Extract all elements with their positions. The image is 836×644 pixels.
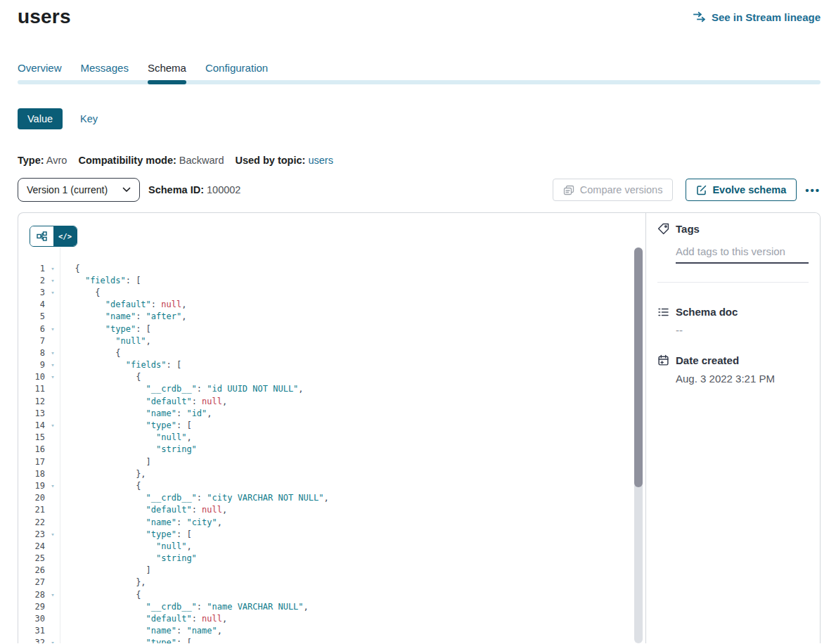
editor-scrollbar-thumb[interactable]: [634, 247, 643, 487]
schema-type: Type: Avro: [18, 155, 67, 166]
code-text: "type": [: [60, 324, 151, 334]
code-line: 9▾ "fields": [: [18, 359, 645, 371]
editor-view-toggle: </>: [30, 226, 77, 247]
fold-marker-icon[interactable]: ▾: [45, 482, 60, 489]
tab-underline-track: [18, 80, 821, 84]
tab-overview[interactable]: Overview: [18, 62, 62, 75]
line-number: 5: [18, 311, 45, 321]
fold-marker-icon[interactable]: ▾: [45, 265, 60, 272]
code-line: 25 "string": [18, 553, 645, 565]
fold-marker-icon[interactable]: ▾: [45, 289, 60, 296]
fold-marker-icon[interactable]: ▾: [45, 591, 60, 598]
line-number: 20: [18, 493, 45, 503]
code-line: 12 "default": null,: [18, 395, 645, 407]
code-text: "string": [60, 553, 197, 563]
code-text: "null",: [60, 541, 192, 551]
code-line: 11 "__crdb__": "id UUID NOT NULL",: [18, 383, 645, 395]
code-line: 14▾ "type": [: [18, 419, 645, 431]
code-line: 23▾ "type": [: [18, 528, 645, 540]
tab-messages[interactable]: Messages: [81, 62, 129, 75]
code-line: 1▾ {: [18, 262, 645, 274]
code-view-icon: </>: [58, 232, 72, 240]
line-number: 24: [18, 541, 45, 551]
schema-sidebar: Tags Schema doc --: [645, 213, 820, 643]
version-select[interactable]: Version 1 (current): [18, 178, 140, 202]
code-line: 3▾ {: [18, 286, 645, 298]
code-line: 21 "default": null,: [18, 504, 645, 516]
topic-link[interactable]: users: [308, 155, 333, 166]
fold-marker-icon[interactable]: ▾: [45, 639, 60, 643]
line-number: 12: [18, 397, 45, 406]
code-text: "null",: [60, 432, 192, 442]
compare-versions-button[interactable]: Compare versions: [553, 179, 674, 201]
line-number: 22: [18, 517, 45, 527]
schema-type-label: Type:: [18, 155, 44, 166]
tree-view-icon: [37, 231, 47, 241]
line-number: 3: [18, 288, 45, 297]
evolve-schema-button[interactable]: Evolve schema: [686, 179, 797, 201]
line-number: 10: [18, 372, 45, 382]
chevron-down-icon: [122, 187, 131, 193]
fold-marker-icon[interactable]: ▾: [45, 326, 60, 333]
line-number: 19: [18, 481, 45, 491]
line-number: 18: [18, 469, 45, 479]
stream-lineage-link[interactable]: See in Stream lineage: [693, 11, 821, 23]
code-view-button[interactable]: </>: [53, 226, 77, 246]
code-text: "name": "city",: [60, 517, 222, 527]
fold-marker-icon[interactable]: ▾: [45, 531, 60, 538]
editor-scrollbar-track[interactable]: [634, 247, 643, 643]
fold-marker-icon[interactable]: ▾: [45, 373, 60, 380]
code-line: 20 "__crdb__": "city VARCHAR NOT NULL",: [18, 492, 645, 504]
stream-lineage-label: See in Stream lineage: [712, 11, 821, 23]
line-number: 9: [18, 360, 45, 370]
fold-marker-icon[interactable]: ▾: [45, 277, 60, 284]
line-number: 15: [18, 432, 45, 442]
tree-view-button[interactable]: [30, 226, 53, 246]
code-text: "type": [: [60, 529, 192, 539]
code-text: "__crdb__": "id UUID NOT NULL",: [60, 384, 304, 394]
code-line: 29 "__crdb__": "name VARCHAR NULL",: [18, 600, 645, 612]
schema-editor[interactable]: </> 1▾ {2▾ "fields": [3▾ {4 "default": n…: [18, 213, 645, 643]
more-options-button[interactable]: •••: [805, 184, 821, 196]
date-created-icon: [657, 354, 669, 366]
line-number: 21: [18, 505, 45, 515]
used-by-topic-label: Used by topic:: [235, 155, 305, 166]
schema-id-label: Schema ID:: [148, 184, 204, 195]
tab-schema[interactable]: Schema: [148, 62, 186, 75]
schema-id: Schema ID: 100002: [148, 184, 240, 195]
code-text: {: [60, 590, 141, 600]
line-number: 16: [18, 444, 45, 454]
schema-page: users See in Stream lineage Overview Mes…: [0, 0, 836, 643]
fold-marker-icon[interactable]: ▾: [45, 422, 60, 429]
schema-doc-title: Schema doc: [676, 306, 738, 318]
key-toggle-button[interactable]: Key: [80, 113, 98, 124]
code-text: },: [60, 577, 146, 587]
page-header: users See in Stream lineage: [18, 0, 821, 28]
fold-marker-icon[interactable]: ▾: [45, 349, 60, 356]
evolve-schema-icon: [696, 185, 707, 195]
line-number: 17: [18, 457, 45, 467]
line-number: 27: [18, 577, 45, 587]
code-line: 24 "null",: [18, 540, 645, 552]
tags-input[interactable]: [676, 245, 809, 264]
code-line: 18 },: [18, 468, 645, 479]
tab-configuration[interactable]: Configuration: [205, 62, 268, 75]
code-text: {: [60, 264, 80, 273]
code-text: "__crdb__": "city VARCHAR NOT NULL",: [60, 493, 329, 503]
line-number: 32: [18, 638, 45, 643]
code-text: "fields": [: [60, 360, 181, 370]
fold-marker-icon[interactable]: ▾: [45, 361, 60, 368]
code-text: "string": [60, 444, 197, 454]
compare-versions-icon: [563, 185, 574, 195]
code-line: 30 "default": null,: [18, 612, 645, 624]
code-line: 19▾ {: [18, 479, 645, 491]
line-number: 7: [18, 336, 45, 346]
code-text: "default": null,: [60, 614, 227, 624]
code-text: "default": null,: [60, 397, 227, 406]
code-viewer[interactable]: 1▾ {2▾ "fields": [3▾ {4 "default": null,…: [18, 262, 645, 643]
code-text: "type": [: [60, 638, 192, 643]
schema-doc-header: Schema doc: [657, 306, 809, 318]
code-line: 2▾ "fields": [: [18, 274, 645, 286]
value-toggle-button[interactable]: Value: [18, 108, 63, 129]
code-text: {: [60, 348, 120, 358]
